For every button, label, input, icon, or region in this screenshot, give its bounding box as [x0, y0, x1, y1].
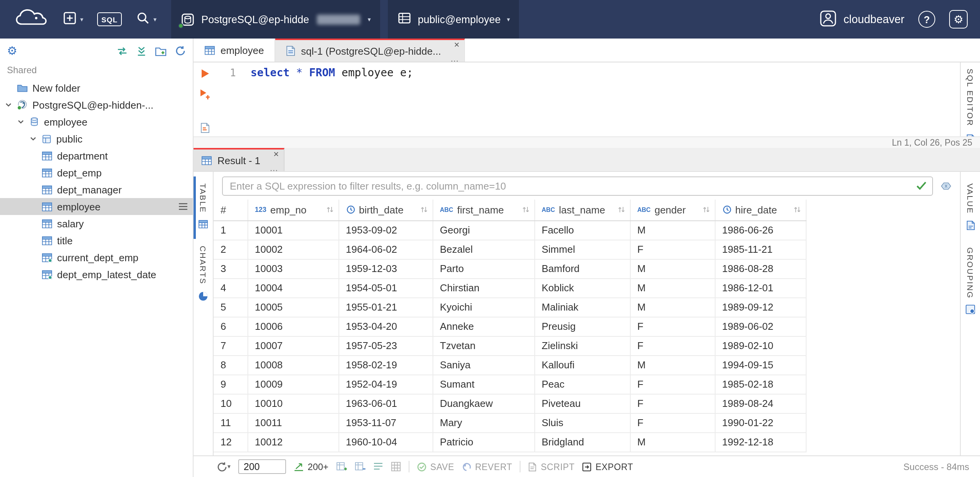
- sort-icon[interactable]: [702, 206, 710, 214]
- column-header-last_name[interactable]: ABClast_name: [534, 200, 630, 220]
- help-button[interactable]: ?: [918, 11, 935, 28]
- cell[interactable]: 1955-01-21: [338, 297, 433, 317]
- tree-item-title[interactable]: title: [0, 232, 193, 249]
- cell[interactable]: 1963-06-01: [338, 394, 433, 413]
- cell[interactable]: 10006: [248, 317, 338, 336]
- cell[interactable]: M: [630, 220, 715, 240]
- tree-item-current-dept-emp[interactable]: current_dept_emp: [0, 249, 193, 266]
- cell[interactable]: Duangkaew: [433, 394, 534, 413]
- cell[interactable]: 1986-08-28: [715, 259, 806, 278]
- cell[interactable]: Kalloufi: [534, 355, 630, 375]
- apply-filter-icon[interactable]: [916, 181, 927, 190]
- refresh-results-icon[interactable]: ▾: [217, 461, 231, 472]
- navigator-settings-icon[interactable]: ⚙: [7, 44, 17, 58]
- cell[interactable]: Preusig: [534, 317, 630, 336]
- cell[interactable]: 10009: [248, 375, 338, 394]
- cell[interactable]: 10007: [248, 336, 338, 355]
- cell[interactable]: 1994-09-15: [715, 355, 806, 375]
- cell[interactable]: 1953-09-02: [338, 220, 433, 240]
- cell[interactable]: Georgi: [433, 220, 534, 240]
- cell[interactable]: 10002: [248, 240, 338, 259]
- column-header-emp_no[interactable]: 123emp_no: [248, 200, 338, 220]
- tree-item-new-folder[interactable]: New folder: [0, 79, 193, 96]
- chevron-down-icon[interactable]: [5, 102, 12, 107]
- run-query-icon[interactable]: [200, 69, 210, 79]
- cell[interactable]: 10004: [248, 278, 338, 297]
- tab-grouping[interactable]: GROUPING: [961, 240, 980, 325]
- cell[interactable]: M: [630, 278, 715, 297]
- column-header-first_name[interactable]: ABCfirst_name: [433, 200, 534, 220]
- cloudbeaver-logo[interactable]: [8, 0, 56, 39]
- clear-filter-icon[interactable]: [940, 181, 951, 191]
- cell[interactable]: Parto: [433, 259, 534, 278]
- script-button[interactable]: SCRIPT: [529, 462, 575, 471]
- revert-button[interactable]: REVERT: [462, 462, 512, 471]
- cell[interactable]: F: [630, 336, 715, 355]
- tab-menu-dots-icon[interactable]: …: [450, 54, 460, 63]
- delete-row-icon[interactable]: [373, 462, 383, 471]
- cell[interactable]: 10012: [248, 432, 338, 452]
- cell[interactable]: 1960-10-04: [338, 432, 433, 452]
- cell[interactable]: Bezalel: [433, 240, 534, 259]
- tree-item-postgresql-ep-hidden[interactable]: PostgreSQL@ep-hidden-...: [0, 96, 193, 113]
- cell[interactable]: Koblick: [534, 278, 630, 297]
- schema-selector[interactable]: public@employee ▾: [388, 0, 519, 39]
- cell[interactable]: 1954-05-01: [338, 278, 433, 297]
- cell[interactable]: 10008: [248, 355, 338, 375]
- new-sql-editor-button[interactable]: SQL: [90, 0, 129, 39]
- cell[interactable]: F: [630, 394, 715, 413]
- connection-selector[interactable]: PostgreSQL@ep-hidde ▾: [171, 0, 380, 39]
- cell[interactable]: Facello: [534, 220, 630, 240]
- cell[interactable]: 10011: [248, 413, 338, 432]
- cell[interactable]: 1953-11-07: [338, 413, 433, 432]
- cell[interactable]: Bridgland: [534, 432, 630, 452]
- tab-sql-1[interactable]: sql-1 (PostgreSQL@ep-hidde... × …: [276, 39, 465, 62]
- tab-table[interactable]: TABLE: [194, 176, 213, 239]
- cell[interactable]: M: [630, 432, 715, 452]
- item-menu-icon[interactable]: [178, 203, 188, 210]
- tree-item-dept-manager[interactable]: dept_manager: [0, 181, 193, 198]
- cell[interactable]: 1989-06-02: [715, 317, 806, 336]
- tree-item-employee[interactable]: employee: [0, 113, 193, 130]
- refresh-icon[interactable]: [175, 45, 186, 56]
- tree-item-dept-emp-latest-date[interactable]: dept_emp_latest_date: [0, 266, 193, 283]
- cell[interactable]: Bamford: [534, 259, 630, 278]
- cell[interactable]: 1986-12-01: [715, 278, 806, 297]
- cell[interactable]: F: [630, 375, 715, 394]
- cell[interactable]: Tzvetan: [433, 336, 534, 355]
- column-header-hire_date[interactable]: hire_date: [715, 200, 806, 220]
- sort-icon[interactable]: [617, 206, 625, 214]
- fetch-more-button[interactable]: 200+: [294, 461, 328, 472]
- cell[interactable]: Saniya: [433, 355, 534, 375]
- new-connection-button[interactable]: ▾: [56, 0, 90, 39]
- column-header-gender[interactable]: ABCgender: [630, 200, 715, 220]
- cell[interactable]: Anneke: [433, 317, 534, 336]
- cell[interactable]: 1957-05-23: [338, 336, 433, 355]
- filter-input[interactable]: [222, 176, 933, 195]
- tab-result-1[interactable]: Result - 1 × …: [194, 148, 284, 171]
- sort-icon[interactable]: [793, 206, 801, 214]
- cell[interactable]: Simmel: [534, 240, 630, 259]
- save-button[interactable]: SAVE: [417, 462, 454, 471]
- cell[interactable]: M: [630, 355, 715, 375]
- cell[interactable]: M: [630, 297, 715, 317]
- settings-button[interactable]: ⚙: [949, 10, 968, 29]
- cell[interactable]: 1990-01-22: [715, 413, 806, 432]
- close-icon[interactable]: ×: [273, 149, 279, 160]
- cell[interactable]: 1989-08-24: [715, 394, 806, 413]
- sort-icon[interactable]: [522, 206, 529, 214]
- connection-search-button[interactable]: ▾: [129, 0, 163, 39]
- tree-item-employee[interactable]: employee: [0, 198, 193, 215]
- cell[interactable]: 1958-02-19: [338, 355, 433, 375]
- sync-connection-icon[interactable]: [116, 46, 128, 56]
- tab-value[interactable]: VALUE: [961, 176, 980, 240]
- cell[interactable]: 10005: [248, 297, 338, 317]
- tree-item-salary[interactable]: salary: [0, 215, 193, 232]
- cell[interactable]: Piveteau: [534, 394, 630, 413]
- cell[interactable]: Maliniak: [534, 297, 630, 317]
- chevron-down-icon[interactable]: [29, 136, 37, 141]
- sql-code[interactable]: select * FROM employee e;: [244, 62, 960, 136]
- tab-menu-dots-icon[interactable]: …: [269, 163, 279, 173]
- row-limit-input[interactable]: [238, 459, 286, 474]
- cell[interactable]: Sluis: [534, 413, 630, 432]
